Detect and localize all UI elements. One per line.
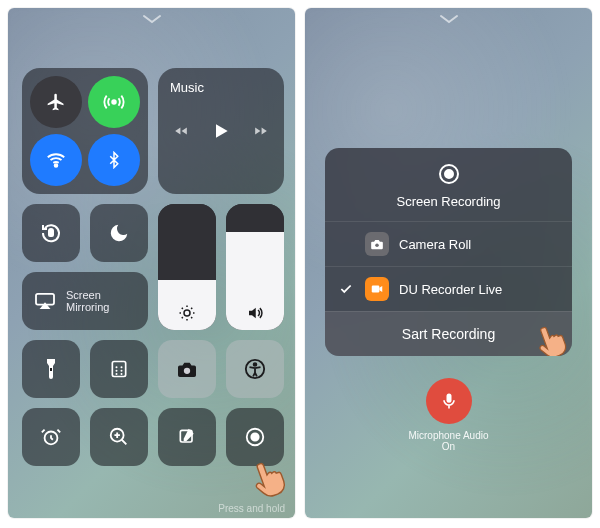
- checkmark-icon: [339, 282, 353, 296]
- svg-rect-5: [50, 368, 52, 371]
- screen-recording-screenshot: Screen Recording Camera Roll DU Recorder…: [305, 8, 592, 518]
- microphone-icon: [426, 378, 472, 424]
- chevron-down-icon: [439, 14, 459, 24]
- sheet-title: Screen Recording: [325, 194, 572, 209]
- destination-du-recorder[interactable]: DU Recorder Live: [325, 266, 572, 311]
- screen-mirroring-button[interactable]: Screen Mirroring: [22, 272, 148, 330]
- svg-point-9: [116, 370, 118, 372]
- screen-recording-sheet: Screen Recording Camera Roll DU Recorder…: [325, 148, 572, 356]
- tap-hand-icon: [526, 312, 572, 356]
- du-recorder-icon: [365, 277, 389, 301]
- chevron-down-icon: [142, 14, 162, 24]
- magnifier-button[interactable]: [90, 408, 148, 466]
- control-center-grid: Music: [22, 68, 281, 466]
- destination-camera-roll[interactable]: Camera Roll: [325, 221, 572, 266]
- music-label: Music: [170, 80, 204, 95]
- calculator-button[interactable]: [90, 340, 148, 398]
- flashlight-button[interactable]: [22, 340, 80, 398]
- record-indicator-icon: [437, 162, 461, 186]
- svg-point-15: [254, 363, 257, 366]
- svg-rect-24: [372, 286, 380, 293]
- svg-point-1: [55, 164, 58, 167]
- play-icon[interactable]: [211, 121, 231, 141]
- accessibility-button[interactable]: [226, 340, 284, 398]
- svg-point-0: [112, 100, 116, 104]
- svg-point-23: [375, 243, 379, 247]
- bluetooth-toggle[interactable]: [88, 134, 140, 186]
- svg-point-12: [121, 373, 123, 375]
- svg-point-20: [251, 433, 258, 440]
- svg-point-7: [116, 366, 118, 368]
- microphone-label: Microphone Audio: [305, 430, 592, 441]
- screen-mirroring-label: Screen Mirroring: [66, 289, 109, 313]
- start-recording-button[interactable]: Sart Recording: [325, 311, 572, 356]
- wifi-toggle[interactable]: [30, 134, 82, 186]
- svg-point-13: [184, 368, 190, 374]
- connectivity-group: [22, 68, 148, 194]
- orientation-lock-button[interactable]: [22, 204, 80, 262]
- rewind-icon[interactable]: [173, 124, 189, 138]
- svg-point-8: [121, 366, 123, 368]
- press-and-hold-hint: Press and hold: [218, 503, 285, 514]
- svg-rect-6: [112, 362, 125, 377]
- alarm-button[interactable]: [22, 408, 80, 466]
- destination-label: DU Recorder Live: [399, 282, 502, 297]
- svg-point-10: [121, 370, 123, 372]
- music-widget[interactable]: Music: [158, 68, 284, 194]
- start-recording-label: Sart Recording: [402, 326, 495, 342]
- airplane-mode-toggle[interactable]: [30, 76, 82, 128]
- brightness-slider[interactable]: [158, 204, 216, 330]
- svg-point-3: [184, 310, 190, 316]
- microphone-toggle[interactable]: Microphone Audio On: [305, 378, 592, 452]
- airplay-icon: [34, 292, 56, 310]
- control-center-screenshot: Music: [8, 8, 295, 518]
- camera-button[interactable]: [158, 340, 216, 398]
- notes-button[interactable]: [158, 408, 216, 466]
- volume-slider[interactable]: [226, 204, 284, 330]
- forward-icon[interactable]: [253, 124, 269, 138]
- cellular-data-toggle[interactable]: [88, 76, 140, 128]
- svg-rect-25: [446, 394, 451, 403]
- destination-label: Camera Roll: [399, 237, 471, 252]
- svg-point-22: [445, 170, 453, 178]
- microphone-state: On: [305, 441, 592, 452]
- svg-point-11: [116, 373, 118, 375]
- do-not-disturb-button[interactable]: [90, 204, 148, 262]
- camera-roll-icon: [365, 232, 389, 256]
